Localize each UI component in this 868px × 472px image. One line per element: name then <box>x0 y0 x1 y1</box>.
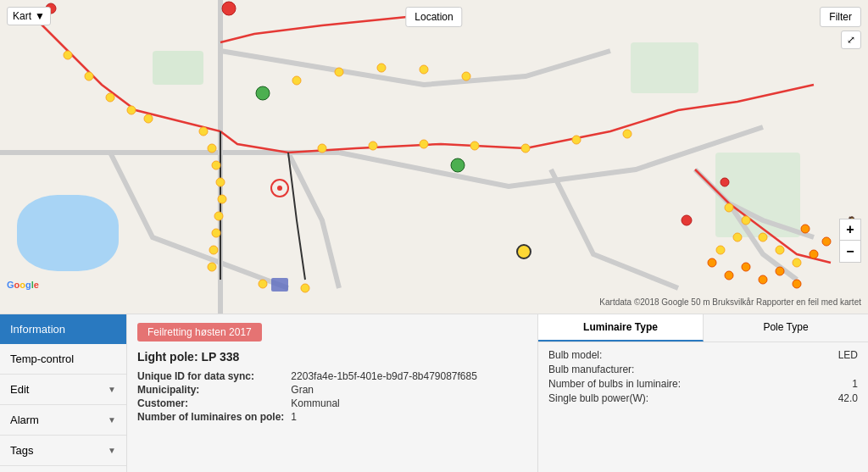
google-logo: Google <box>7 280 39 290</box>
customer-value: Kommunal <box>291 397 527 409</box>
svg-point-15 <box>335 68 343 76</box>
zoom-in-button[interactable]: + <box>839 219 861 241</box>
svg-point-22 <box>470 142 479 150</box>
sidebar-item-information-label: Information <box>10 323 65 336</box>
attr-grid: Bulb model: LED Bulb manufacturer: Numbe… <box>548 349 858 404</box>
light-pole-header: Light pole: LP 338 <box>137 350 527 364</box>
svg-point-9 <box>218 195 226 203</box>
svg-point-17 <box>420 65 428 74</box>
svg-point-2 <box>106 93 114 102</box>
num-luminaires-label: Number of luminaires on pole: <box>137 411 284 423</box>
bulb-model-label: Bulb model: <box>548 349 832 361</box>
bottom-panel: Information Temp-control Edit ▼ Alarm ▼ … <box>0 314 868 472</box>
svg-point-31 <box>733 233 742 242</box>
sidebar-item-edit-label: Edit <box>10 383 29 396</box>
tab-pole-type[interactable]: Pole Type <box>704 314 868 342</box>
svg-point-19 <box>318 144 326 153</box>
bulb-power-label: Single bulb power(W): <box>548 392 832 404</box>
svg-point-33 <box>259 280 267 288</box>
svg-point-40 <box>793 280 801 288</box>
dropdown-arrow-icon: ▼ <box>35 10 45 22</box>
svg-point-30 <box>793 258 801 267</box>
svg-point-24 <box>572 136 581 144</box>
map-svg <box>0 0 868 314</box>
svg-point-25 <box>623 130 632 138</box>
svg-point-34 <box>301 284 309 292</box>
svg-point-52 <box>517 245 531 258</box>
svg-point-38 <box>759 275 767 284</box>
map-type-dropdown[interactable]: Kart ▼ <box>7 7 51 25</box>
edit-chevron-icon: ▼ <box>108 385 116 394</box>
svg-point-35 <box>708 258 716 267</box>
uid-value: 2203fa4e-1b5f-401e-b9d7-8b479087f685 <box>291 370 527 382</box>
svg-point-4 <box>144 114 153 123</box>
svg-point-10 <box>214 212 223 220</box>
bulb-manufacturer-label: Bulb manufacturer: <box>548 364 832 375</box>
svg-rect-53 <box>271 278 288 292</box>
tab-pole-type-label: Pole Type <box>763 321 808 333</box>
uid-label: Unique ID for data sync: <box>137 370 284 382</box>
svg-point-49 <box>256 86 270 100</box>
tag-badge[interactable]: Feilretting høsten 2017 <box>137 323 262 342</box>
map-attribution: Kartdata ©2018 Google 50 m Bruksvilkår R… <box>599 297 861 307</box>
svg-point-13 <box>208 263 216 271</box>
sidebar-item-tags[interactable]: Tags ▼ <box>0 436 126 466</box>
svg-point-46 <box>682 215 692 225</box>
bulb-manufacturer-value <box>838 364 858 375</box>
location-button[interactable]: Location <box>405 7 462 27</box>
fullscreen-button[interactable]: ⤢ <box>841 31 861 49</box>
tab-content: Bulb model: LED Bulb manufacturer: Numbe… <box>538 342 868 472</box>
svg-point-6 <box>208 144 216 153</box>
svg-point-28 <box>759 233 767 242</box>
map-zoom-controls: + − <box>839 219 861 263</box>
svg-point-32 <box>716 246 725 254</box>
filter-button[interactable]: Filter <box>820 7 861 27</box>
svg-point-36 <box>725 271 733 280</box>
map-container[interactable]: Kart ▼ Location Filter ⤢ 🧍 + − Google Ka… <box>0 0 868 314</box>
svg-point-44 <box>222 2 236 15</box>
municipality-label: Municipality: <box>137 384 284 396</box>
svg-point-29 <box>776 246 784 254</box>
svg-point-27 <box>742 216 750 225</box>
sidebar-item-alarm-label: Alarm <box>10 414 39 426</box>
svg-point-26 <box>725 203 733 212</box>
svg-point-16 <box>377 64 386 72</box>
sidebar-item-edit[interactable]: Edit ▼ <box>0 375 126 405</box>
svg-point-47 <box>721 178 729 186</box>
map-top-center-controls: Location <box>405 7 462 27</box>
svg-point-11 <box>212 229 220 237</box>
svg-point-41 <box>810 250 818 258</box>
main-content: Feilretting høsten 2017 Light pole: LP 3… <box>127 314 537 472</box>
svg-point-0 <box>64 51 72 59</box>
alarm-chevron-icon: ▼ <box>108 415 116 425</box>
svg-point-37 <box>742 263 750 271</box>
map-top-left-controls: Kart ▼ <box>7 7 51 25</box>
sidebar-item-temp-control-label: Temp-control <box>10 353 74 365</box>
sidebar-item-alarm[interactable]: Alarm ▼ <box>0 405 126 436</box>
zoom-out-button[interactable]: − <box>839 241 861 263</box>
sidebar-item-tags-label: Tags <box>10 444 33 457</box>
svg-point-21 <box>420 140 428 148</box>
bulb-power-value: 42.0 <box>838 392 858 404</box>
tabs-row: Luminaire Type Pole Type <box>538 314 868 342</box>
tab-luminaire-type[interactable]: Luminaire Type <box>538 314 704 342</box>
sidebar-item-information[interactable]: Information <box>0 314 126 344</box>
svg-point-18 <box>462 72 470 81</box>
svg-point-23 <box>521 144 530 153</box>
sidebar-item-temp-control[interactable]: Temp-control <box>0 344 126 375</box>
svg-point-12 <box>209 246 218 254</box>
svg-point-39 <box>776 267 784 275</box>
num-bulbs-label: Number of bulbs in luminaire: <box>548 378 832 390</box>
svg-point-1 <box>85 72 93 81</box>
map-type-label: Kart <box>13 10 31 22</box>
svg-point-20 <box>369 142 377 150</box>
map-top-right-controls: Filter ⤢ <box>820 7 861 49</box>
svg-point-14 <box>292 76 301 85</box>
num-bulbs-value: 1 <box>838 378 858 390</box>
svg-point-7 <box>212 161 220 169</box>
sidebar: Information Temp-control Edit ▼ Alarm ▼ … <box>0 314 127 472</box>
num-luminaires-value: 1 <box>291 411 527 423</box>
svg-point-3 <box>127 106 136 114</box>
info-grid: Unique ID for data sync: 2203fa4e-1b5f-4… <box>137 370 527 423</box>
svg-point-51 <box>277 186 282 191</box>
